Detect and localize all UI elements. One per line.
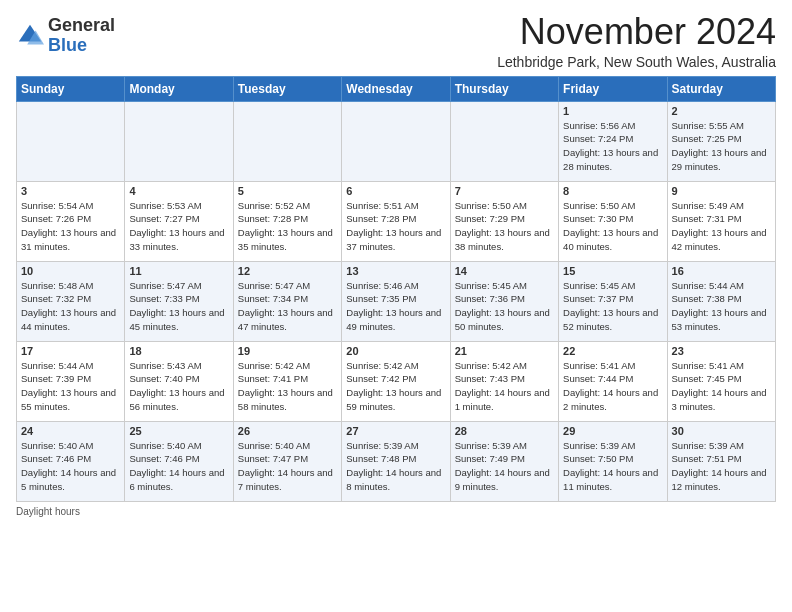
day-cell [233,101,341,181]
week-row-2: 3Sunrise: 5:54 AM Sunset: 7:26 PM Daylig… [17,181,776,261]
day-cell: 19Sunrise: 5:42 AM Sunset: 7:41 PM Dayli… [233,341,341,421]
day-info: Sunrise: 5:51 AM Sunset: 7:28 PM Dayligh… [346,199,445,254]
day-info: Sunrise: 5:50 AM Sunset: 7:29 PM Dayligh… [455,199,554,254]
col-header-wednesday: Wednesday [342,76,450,101]
day-number: 29 [563,425,662,437]
day-number: 27 [346,425,445,437]
day-cell: 9Sunrise: 5:49 AM Sunset: 7:31 PM Daylig… [667,181,775,261]
day-number: 8 [563,185,662,197]
day-cell [17,101,125,181]
day-number: 21 [455,345,554,357]
daylight-label: Daylight hours [16,506,80,517]
day-info: Sunrise: 5:42 AM Sunset: 7:42 PM Dayligh… [346,359,445,414]
day-info: Sunrise: 5:55 AM Sunset: 7:25 PM Dayligh… [672,119,771,174]
day-cell: 29Sunrise: 5:39 AM Sunset: 7:50 PM Dayli… [559,421,667,501]
day-info: Sunrise: 5:45 AM Sunset: 7:36 PM Dayligh… [455,279,554,334]
day-cell: 21Sunrise: 5:42 AM Sunset: 7:43 PM Dayli… [450,341,558,421]
day-number: 15 [563,265,662,277]
day-number: 19 [238,345,337,357]
logo-general: General [48,15,115,35]
day-number: 5 [238,185,337,197]
day-info: Sunrise: 5:40 AM Sunset: 7:47 PM Dayligh… [238,439,337,494]
day-cell [342,101,450,181]
day-info: Sunrise: 5:53 AM Sunset: 7:27 PM Dayligh… [129,199,228,254]
day-number: 22 [563,345,662,357]
day-number: 26 [238,425,337,437]
day-info: Sunrise: 5:56 AM Sunset: 7:24 PM Dayligh… [563,119,662,174]
logo-icon [16,22,44,50]
day-info: Sunrise: 5:54 AM Sunset: 7:26 PM Dayligh… [21,199,120,254]
day-number: 4 [129,185,228,197]
day-cell: 6Sunrise: 5:51 AM Sunset: 7:28 PM Daylig… [342,181,450,261]
day-info: Sunrise: 5:44 AM Sunset: 7:39 PM Dayligh… [21,359,120,414]
day-info: Sunrise: 5:39 AM Sunset: 7:48 PM Dayligh… [346,439,445,494]
day-info: Sunrise: 5:46 AM Sunset: 7:35 PM Dayligh… [346,279,445,334]
day-cell: 17Sunrise: 5:44 AM Sunset: 7:39 PM Dayli… [17,341,125,421]
day-cell: 14Sunrise: 5:45 AM Sunset: 7:36 PM Dayli… [450,261,558,341]
header-row: SundayMondayTuesdayWednesdayThursdayFrid… [17,76,776,101]
day-number: 28 [455,425,554,437]
day-cell: 8Sunrise: 5:50 AM Sunset: 7:30 PM Daylig… [559,181,667,261]
day-cell [125,101,233,181]
col-header-friday: Friday [559,76,667,101]
subtitle: Lethbridge Park, New South Wales, Austra… [497,54,776,70]
footer-note: Daylight hours [16,506,776,517]
day-cell: 13Sunrise: 5:46 AM Sunset: 7:35 PM Dayli… [342,261,450,341]
day-info: Sunrise: 5:39 AM Sunset: 7:51 PM Dayligh… [672,439,771,494]
day-info: Sunrise: 5:39 AM Sunset: 7:49 PM Dayligh… [455,439,554,494]
day-number: 16 [672,265,771,277]
col-header-sunday: Sunday [17,76,125,101]
day-number: 17 [21,345,120,357]
month-title: November 2024 [497,12,776,52]
day-cell: 20Sunrise: 5:42 AM Sunset: 7:42 PM Dayli… [342,341,450,421]
col-header-saturday: Saturday [667,76,775,101]
day-number: 18 [129,345,228,357]
day-info: Sunrise: 5:52 AM Sunset: 7:28 PM Dayligh… [238,199,337,254]
day-number: 7 [455,185,554,197]
day-cell: 25Sunrise: 5:40 AM Sunset: 7:46 PM Dayli… [125,421,233,501]
day-number: 10 [21,265,120,277]
day-cell: 2Sunrise: 5:55 AM Sunset: 7:25 PM Daylig… [667,101,775,181]
day-info: Sunrise: 5:48 AM Sunset: 7:32 PM Dayligh… [21,279,120,334]
day-info: Sunrise: 5:39 AM Sunset: 7:50 PM Dayligh… [563,439,662,494]
col-header-thursday: Thursday [450,76,558,101]
day-cell: 24Sunrise: 5:40 AM Sunset: 7:46 PM Dayli… [17,421,125,501]
day-cell: 3Sunrise: 5:54 AM Sunset: 7:26 PM Daylig… [17,181,125,261]
col-header-tuesday: Tuesday [233,76,341,101]
day-number: 25 [129,425,228,437]
day-info: Sunrise: 5:40 AM Sunset: 7:46 PM Dayligh… [129,439,228,494]
day-info: Sunrise: 5:42 AM Sunset: 7:43 PM Dayligh… [455,359,554,414]
day-cell: 12Sunrise: 5:47 AM Sunset: 7:34 PM Dayli… [233,261,341,341]
day-info: Sunrise: 5:43 AM Sunset: 7:40 PM Dayligh… [129,359,228,414]
day-info: Sunrise: 5:41 AM Sunset: 7:44 PM Dayligh… [563,359,662,414]
day-number: 3 [21,185,120,197]
day-number: 13 [346,265,445,277]
day-number: 9 [672,185,771,197]
day-number: 30 [672,425,771,437]
day-cell: 28Sunrise: 5:39 AM Sunset: 7:49 PM Dayli… [450,421,558,501]
day-cell: 1Sunrise: 5:56 AM Sunset: 7:24 PM Daylig… [559,101,667,181]
week-row-5: 24Sunrise: 5:40 AM Sunset: 7:46 PM Dayli… [17,421,776,501]
day-number: 14 [455,265,554,277]
day-cell: 4Sunrise: 5:53 AM Sunset: 7:27 PM Daylig… [125,181,233,261]
day-number: 23 [672,345,771,357]
calendar-table: SundayMondayTuesdayWednesdayThursdayFrid… [16,76,776,502]
day-cell: 26Sunrise: 5:40 AM Sunset: 7:47 PM Dayli… [233,421,341,501]
day-info: Sunrise: 5:42 AM Sunset: 7:41 PM Dayligh… [238,359,337,414]
day-number: 2 [672,105,771,117]
logo-blue: Blue [48,35,87,55]
day-info: Sunrise: 5:50 AM Sunset: 7:30 PM Dayligh… [563,199,662,254]
week-row-3: 10Sunrise: 5:48 AM Sunset: 7:32 PM Dayli… [17,261,776,341]
day-number: 6 [346,185,445,197]
day-cell: 30Sunrise: 5:39 AM Sunset: 7:51 PM Dayli… [667,421,775,501]
day-cell: 27Sunrise: 5:39 AM Sunset: 7:48 PM Dayli… [342,421,450,501]
day-cell: 18Sunrise: 5:43 AM Sunset: 7:40 PM Dayli… [125,341,233,421]
day-number: 1 [563,105,662,117]
day-number: 11 [129,265,228,277]
day-info: Sunrise: 5:49 AM Sunset: 7:31 PM Dayligh… [672,199,771,254]
day-cell: 23Sunrise: 5:41 AM Sunset: 7:45 PM Dayli… [667,341,775,421]
page: General Blue November 2024 Lethbridge Pa… [0,0,792,525]
day-info: Sunrise: 5:47 AM Sunset: 7:33 PM Dayligh… [129,279,228,334]
day-cell [450,101,558,181]
day-cell: 15Sunrise: 5:45 AM Sunset: 7:37 PM Dayli… [559,261,667,341]
